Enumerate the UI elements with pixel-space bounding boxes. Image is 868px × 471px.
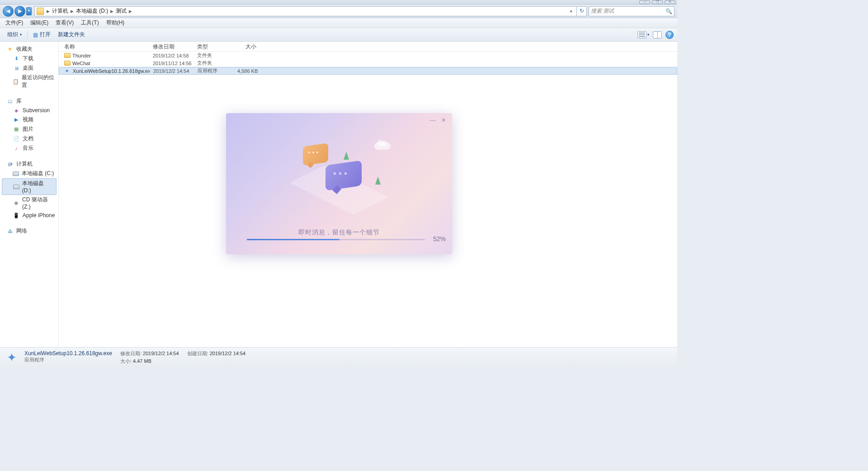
address-bar[interactable]: ▶ 计算机 ▶ 本地磁盘 (D:) ▶ 测试 ▶ ▾ <box>34 6 577 16</box>
folder-icon <box>37 8 44 15</box>
network-icon: 🖧 <box>6 228 14 235</box>
nav-back-button[interactable]: ◀ <box>3 6 14 17</box>
sidebar-label: 视频 <box>23 116 33 124</box>
search-input[interactable]: 搜索 测试 🔍 <box>589 6 675 16</box>
file-type-cell: 应用程序 <box>194 67 234 74</box>
nav-forward-button[interactable]: ▶ <box>14 6 25 17</box>
chevron-down-icon[interactable]: ▾ <box>647 33 649 37</box>
sidebar-label: 计算机 <box>16 160 33 168</box>
window-close-button[interactable]: ✕ <box>665 0 675 4</box>
sidebar-item-drive-d[interactable]: 本地磁盘 (D:) <box>2 178 57 195</box>
breadcrumb-drive[interactable]: 本地磁盘 (D:) <box>75 7 109 15</box>
organize-button[interactable]: 组织 ▾ <box>4 29 25 40</box>
sidebar-item-iphone[interactable]: 📱Apple iPhone <box>0 211 58 220</box>
file-name-cell: ✦XunLeiWebSetup10.1.26.618gw.exe <box>59 68 150 74</box>
document-icon: 📄 <box>13 135 20 143</box>
menu-view[interactable]: 查看(V) <box>52 18 77 28</box>
sidebar-label: 收藏夹 <box>16 45 33 53</box>
sidebar-item-cd-drive[interactable]: ◉CD 驱动器 (Z:) <box>0 195 58 211</box>
column-header-name[interactable]: 名称 <box>59 42 149 51</box>
video-icon: ▶ <box>13 116 20 124</box>
image-icon: ▦ <box>13 126 20 133</box>
sidebar-network-header[interactable]: 🖧网络 <box>0 226 58 236</box>
details-filetype: 应用程序 <box>24 357 112 363</box>
chat-bubble-icon <box>326 160 362 190</box>
breadcrumb-folder[interactable]: 测试 <box>114 7 128 15</box>
sidebar-label: Apple iPhone <box>23 212 55 219</box>
breadcrumb-arrow-icon[interactable]: ▶ <box>128 9 133 14</box>
column-headers: 名称 修改日期 类型 大小 <box>59 42 677 52</box>
file-row[interactable]: WeChat2019/11/12 14:56文件夹 <box>59 59 677 67</box>
file-date-cell: 2019/11/12 14:56 <box>149 61 193 66</box>
help-button[interactable]: ? <box>665 31 674 39</box>
sidebar-label: 音乐 <box>23 144 33 152</box>
exe-icon: ✦ <box>65 68 71 74</box>
sidebar-item-desktop[interactable]: 🖥桌面 <box>0 63 58 73</box>
installer-progress-percent: 52% <box>433 235 446 243</box>
file-row[interactable]: Thunder2019/12/2 14:58文件夹 <box>59 52 677 59</box>
file-name-cell: WeChat <box>59 61 149 66</box>
sidebar-computer-header[interactable]: 🖳计算机 <box>0 159 58 169</box>
address-dropdown-icon[interactable]: ▾ <box>567 9 575 14</box>
menu-tools[interactable]: 工具(T) <box>77 18 102 28</box>
open-button[interactable]: ▦ 打开 <box>29 29 54 40</box>
column-header-size[interactable]: 大小 <box>233 42 260 51</box>
preview-pane-button[interactable] <box>653 31 662 38</box>
details-pane: ✦ XunLeiWebSetup10.1.26.618gw.exe 应用程序 修… <box>0 347 677 367</box>
menu-edit[interactable]: 编辑(E) <box>27 18 52 28</box>
details-filename: XunLeiWebSetup10.1.26.618gw.exe <box>24 350 112 357</box>
open-label: 打开 <box>40 31 51 38</box>
search-placeholder: 搜索 测试 <box>591 7 614 15</box>
breadcrumb-computer[interactable]: 计算机 <box>51 7 70 15</box>
details-size-value: 4.47 MB <box>133 358 151 364</box>
file-date-cell: 2019/12/2 14:54 <box>150 68 194 74</box>
installer-minimize-button[interactable]: — <box>429 118 436 124</box>
chat-bubble-icon <box>303 143 328 166</box>
file-type-cell: 文件夹 <box>193 60 233 67</box>
menu-file[interactable]: 文件(F) <box>2 18 27 28</box>
computer-icon: 🖳 <box>6 161 14 168</box>
drive-icon <box>13 171 19 176</box>
breadcrumb-arrow-icon[interactable]: ▶ <box>109 9 114 14</box>
address-row: ◀ ▶ ▾ ▶ 计算机 ▶ 本地磁盘 (D:) ▶ 测试 ▶ ▾ ↻ 搜索 测试… <box>0 5 677 18</box>
sidebar-item-drive-c[interactable]: 本地磁盘 (C:) <box>0 169 58 178</box>
file-type-cell: 文件夹 <box>193 52 233 59</box>
window-titlebar: — ❐ ✕ <box>0 0 677 5</box>
installer-close-button[interactable]: ✕ <box>440 118 447 124</box>
sidebar-item-downloads[interactable]: ⬇下载 <box>0 54 58 63</box>
sidebar-libraries-header[interactable]: 🗂库 <box>0 96 58 106</box>
sidebar-item-music[interactable]: ♪音乐 <box>0 143 58 153</box>
apple-icon: 📱 <box>13 212 20 219</box>
sidebar-item-pictures[interactable]: ▦图片 <box>0 124 58 134</box>
view-options-button[interactable] <box>637 31 646 38</box>
sidebar-label: 文档 <box>23 135 33 143</box>
window-maximize-button[interactable]: ❐ <box>652 0 663 4</box>
sidebar-label: 网络 <box>16 227 27 235</box>
breadcrumb-arrow-icon[interactable]: ▶ <box>70 9 75 14</box>
file-name-cell: Thunder <box>59 53 149 58</box>
refresh-button[interactable]: ↻ <box>577 6 587 16</box>
tree-icon <box>344 152 349 160</box>
column-header-type[interactable]: 类型 <box>193 42 233 51</box>
window-minimize-button[interactable]: — <box>639 0 650 4</box>
menu-help[interactable]: 帮助(H) <box>103 18 128 28</box>
nav-history-dropdown[interactable]: ▾ <box>26 7 32 15</box>
music-icon: ♪ <box>13 145 20 152</box>
new-folder-button[interactable]: 新建文件夹 <box>54 29 89 40</box>
sidebar-item-videos[interactable]: ▶视频 <box>0 115 58 124</box>
sidebar-label: CD 驱动器 (Z:) <box>22 196 56 210</box>
sidebar-label: 本地磁盘 (C:) <box>22 170 54 177</box>
sidebar-item-recent[interactable]: 📋最近访问的位置 <box>0 73 58 90</box>
column-header-date[interactable]: 修改日期 <box>149 42 193 51</box>
details-mod-label: 修改日期: <box>120 351 142 356</box>
sidebar-item-subversion[interactable]: ◈Subversion <box>0 106 58 115</box>
sidebar-item-documents[interactable]: 📄文档 <box>0 134 58 143</box>
breadcrumb-arrow-icon[interactable]: ▶ <box>46 9 51 14</box>
organize-label: 组织 <box>7 31 18 38</box>
cloud-icon <box>374 143 391 150</box>
search-icon[interactable]: 🔍 <box>665 8 672 14</box>
file-row[interactable]: ✦XunLeiWebSetup10.1.26.618gw.exe2019/12/… <box>59 67 677 75</box>
file-size-cell: 4,586 KB <box>234 68 261 74</box>
menu-bar: 文件(F) 编辑(E) 查看(V) 工具(T) 帮助(H) <box>0 18 677 28</box>
sidebar-favorites-header[interactable]: ★收藏夹 <box>0 44 58 54</box>
